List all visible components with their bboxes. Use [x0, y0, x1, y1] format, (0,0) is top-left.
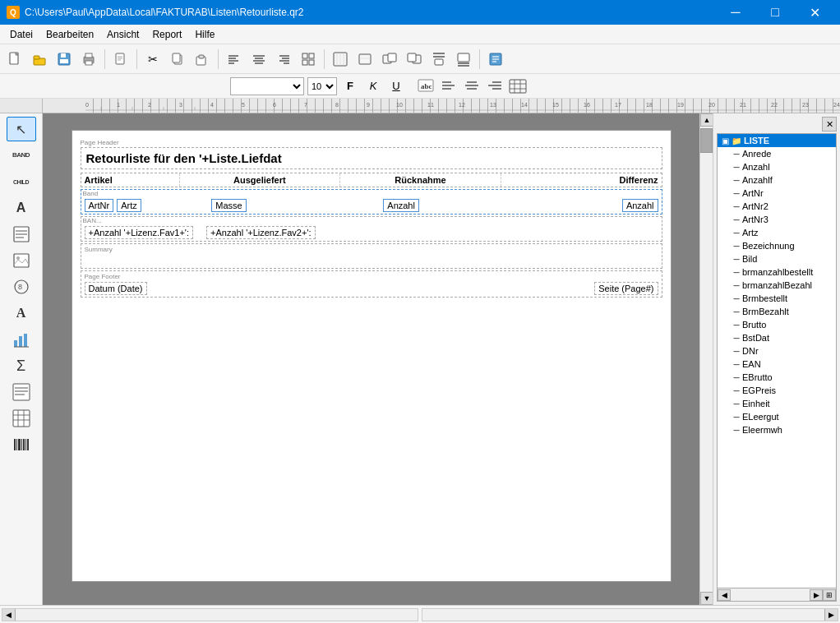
chart-tool[interactable]	[7, 327, 36, 352]
scroll-down-button[interactable]: ▼	[700, 592, 713, 605]
col-header-ruecknahme: Rücknahme	[340, 173, 501, 187]
italic-button[interactable]: K	[363, 77, 383, 95]
minimize-button[interactable]: ─	[717, 0, 755, 25]
menu-report[interactable]: Report	[145, 27, 188, 42]
prop2-button[interactable]	[452, 48, 475, 71]
bold-button[interactable]: F	[340, 77, 360, 95]
table-fmt-button[interactable]	[508, 77, 528, 95]
leaf-icon: ─	[731, 253, 742, 265]
cursor-tool[interactable]: ↖	[7, 117, 36, 141]
snap-button[interactable]	[329, 48, 352, 71]
memo-tool[interactable]	[7, 222, 36, 247]
richtext-tool[interactable]	[7, 380, 36, 404]
menu-datei[interactable]: Datei	[3, 27, 39, 42]
scroll-up-button[interactable]: ▲	[700, 113, 713, 127]
menu-hilfe[interactable]: Hilfe	[188, 27, 221, 42]
tree-item-anzahlf[interactable]: ─ Anzahlf	[718, 173, 836, 187]
menu-ansicht[interactable]: Ansicht	[100, 27, 145, 42]
zoom2-button[interactable]	[403, 48, 426, 71]
tree-item-brutto[interactable]: ─ Brutto	[718, 318, 836, 331]
field-ean: EAN	[742, 359, 761, 369]
tree-scroll-right[interactable]: ▶	[810, 589, 823, 601]
report-page: Page Header Retourliste für den '+Liste.…	[72, 130, 672, 582]
svg-text:18: 18	[646, 102, 653, 108]
tree-item-brmbezahlt[interactable]: ─ BrmBezahlt	[718, 305, 836, 318]
align-left-button[interactable]	[223, 48, 246, 71]
sum-tool[interactable]: Σ	[7, 353, 36, 378]
tree-inner[interactable]: ▣ 📁 LISTE ─ Anrede ─ Anzahl ─ Anzahlf	[718, 134, 836, 588]
menu-bearbeiten[interactable]: Bearbeiten	[39, 27, 100, 42]
child-tool[interactable]: CHILD	[7, 169, 36, 194]
canvas-area[interactable]: Page Header Retourliste für den '+Liste.…	[43, 113, 699, 605]
font-name-select[interactable]	[230, 77, 304, 95]
tree-item-artz[interactable]: ─ Artz	[718, 226, 836, 239]
canvas-vertical-scrollbar[interactable]: ▲ ▼	[699, 113, 713, 605]
new-button[interactable]	[3, 48, 26, 71]
align-right-fmt-button[interactable]	[485, 77, 505, 95]
close-button[interactable]: ✕	[796, 0, 833, 25]
tree-item-eleermwh[interactable]: ─ Eleermwh	[718, 423, 836, 436]
tree-expand-icon[interactable]: ▣	[719, 135, 731, 146]
tree-item-brmbestellt[interactable]: ─ Brmbestellt	[718, 292, 836, 305]
save-button[interactable]	[53, 48, 76, 71]
print-button[interactable]	[77, 48, 100, 71]
font-tool[interactable]: A	[7, 301, 36, 325]
svg-rect-65	[510, 80, 526, 93]
align-center-fmt-button[interactable]	[462, 77, 482, 95]
tree-item-brmanzahlbezahl[interactable]: ─ brmanzahlBezahl	[718, 279, 836, 292]
align-left-fmt-button[interactable]	[439, 77, 459, 95]
tree-item-egpreis[interactable]: ─ EGPreis	[718, 384, 836, 397]
snap2-button[interactable]	[353, 48, 376, 71]
shape-tool-circle[interactable]: 8	[7, 275, 36, 299]
h-scroll-left[interactable]: ◀	[2, 609, 16, 621]
svg-rect-47	[458, 53, 469, 62]
zoom-button[interactable]	[378, 48, 401, 71]
tree-item-bild[interactable]: ─ Bild	[718, 252, 836, 265]
lizenz-fav1-field: +Anzahl '+Lizenz.Fav1+':	[85, 226, 194, 239]
tree-scroll-expand[interactable]: ⊞	[823, 589, 836, 601]
tree-item-einheit[interactable]: ─ Einheit	[718, 397, 836, 410]
tree-root-liste[interactable]: ▣ 📁 LISTE	[718, 134, 836, 147]
tree-item-anzahl[interactable]: ─ Anzahl	[718, 160, 836, 173]
tree-item-ean[interactable]: ─ EAN	[718, 358, 836, 371]
align-right-button[interactable]	[272, 48, 295, 71]
maximize-button[interactable]: □	[756, 0, 794, 25]
underline-button[interactable]: U	[386, 77, 406, 95]
anzahl2-field: Anzahl	[622, 199, 658, 212]
copy-button[interactable]	[166, 48, 189, 71]
preview-button[interactable]	[109, 48, 132, 71]
grid-button[interactable]	[297, 48, 320, 71]
tree-h-scrollbar[interactable]: ◀ ▶ ⊞	[718, 588, 836, 601]
text-tool[interactable]: A	[7, 196, 36, 220]
h-scroll-right[interactable]: ▶	[824, 609, 838, 621]
tree-item-brmanzahlbestellt[interactable]: ─ brmanzahlbestellt	[718, 265, 836, 279]
tree-item-bstdat[interactable]: ─ BstDat	[718, 331, 836, 344]
font-size-select[interactable]: 10	[307, 77, 337, 95]
ruler-area: 0 1 2 3 4 5 6 7 8 9 10 11 12 13 14 15 16…	[85, 99, 840, 113]
image-tool[interactable]	[7, 248, 36, 273]
highlight-button[interactable]: abc	[416, 77, 436, 95]
barcode-tool[interactable]	[7, 432, 36, 457]
band-tool[interactable]: BAND	[7, 143, 36, 168]
tree-item-artnr2[interactable]: ─ ArtNr2	[718, 200, 836, 213]
prop1-button[interactable]	[427, 48, 450, 71]
panel-close-button[interactable]: ✕	[822, 117, 837, 132]
tree-item-eleergut[interactable]: ─ ELeergut	[718, 410, 836, 423]
align-center-button[interactable]	[247, 48, 270, 71]
tree-item-artnr[interactable]: ─ ArtNr	[718, 187, 836, 200]
tree-scroll-left[interactable]: ◀	[718, 589, 731, 601]
svg-text:6: 6	[273, 102, 276, 108]
tree-item-bezeichnung[interactable]: ─ Bezeichnung	[718, 239, 836, 252]
leaf-icon: ─	[731, 279, 742, 291]
svg-text:abc: abc	[421, 82, 432, 90]
tree-item-dnr[interactable]: ─ DNr	[718, 344, 836, 358]
table-tool[interactable]	[7, 406, 36, 431]
tree-item-ebrutto[interactable]: ─ EBrutto	[718, 371, 836, 384]
open-button[interactable]	[28, 48, 51, 71]
fieldlist-button[interactable]	[484, 48, 507, 71]
tree-item-artnr3[interactable]: ─ ArtNr3	[718, 213, 836, 226]
cut-button[interactable]: ✂	[141, 48, 164, 71]
lizenz-fav2-field: +Anzahl '+Lizenz.Fav2+':	[206, 226, 316, 239]
paste-button[interactable]	[191, 48, 214, 71]
tree-item-anrede[interactable]: ─ Anrede	[718, 147, 836, 160]
